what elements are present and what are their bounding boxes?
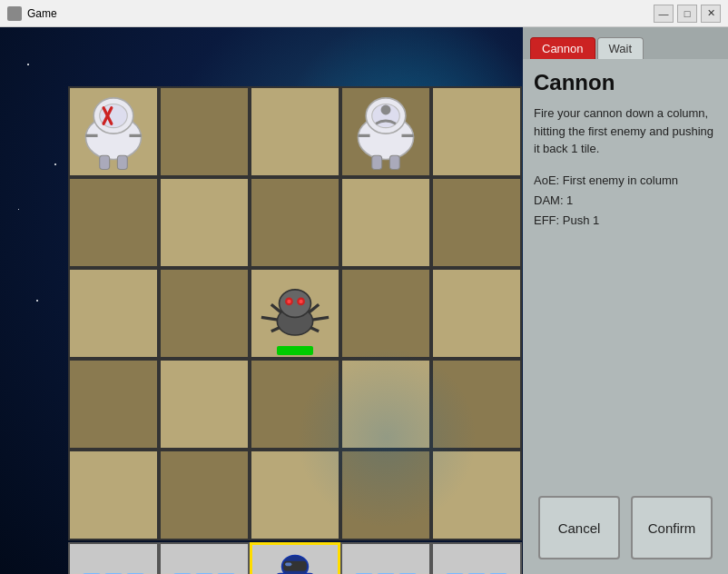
cell-1-4[interactable] <box>431 177 522 268</box>
enemy-robot-c <box>251 270 339 357</box>
tab-bar: Cannon Wait <box>523 27 728 59</box>
cell-2-0[interactable] <box>68 268 159 359</box>
title-bar-left: Game <box>7 6 57 21</box>
tab-cannon[interactable]: Cannon <box>530 37 595 59</box>
action-cell-3[interactable] <box>340 542 431 574</box>
ability-title: Cannon <box>534 70 717 95</box>
game-area <box>0 27 523 574</box>
cell-3-1[interactable] <box>159 359 250 450</box>
game-grid <box>68 86 522 540</box>
cell-4-1[interactable] <box>159 450 250 540</box>
star <box>36 300 38 302</box>
cell-3-3[interactable] <box>340 359 431 450</box>
player-robot <box>259 549 331 575</box>
cell-0-0[interactable] <box>68 86 159 177</box>
tab-wait[interactable]: Wait <box>597 37 644 59</box>
cell-3-0[interactable] <box>68 359 159 450</box>
action-cell-2-selected[interactable] <box>250 542 340 574</box>
svg-point-28 <box>299 300 302 303</box>
svg-point-24 <box>280 290 311 318</box>
cell-1-3[interactable] <box>340 177 431 268</box>
action-row <box>68 542 522 574</box>
cell-1-1[interactable] <box>159 177 250 268</box>
cell-0-4[interactable] <box>431 86 522 177</box>
main-content: Cannon Wait Cannon Fire your cannon down… <box>0 27 728 574</box>
green-indicator <box>277 346 313 355</box>
cell-3-2[interactable] <box>250 359 340 450</box>
minimize-button[interactable]: — <box>654 5 674 23</box>
cell-4-0[interactable] <box>68 450 159 540</box>
cell-0-3[interactable] <box>340 86 431 177</box>
grid-container <box>68 86 522 572</box>
title-bar: Game — □ ✕ <box>0 0 728 27</box>
star <box>27 64 29 65</box>
cell-4-2[interactable] <box>250 450 340 540</box>
svg-rect-15 <box>372 155 382 169</box>
title-bar-icon <box>7 6 22 21</box>
cell-4-3[interactable] <box>340 450 431 540</box>
action-cell-1[interactable] <box>159 542 250 574</box>
ability-stats: AoE: First enemy in column DAM: 1 EFF: P… <box>534 171 717 231</box>
close-button[interactable]: ✕ <box>701 5 721 23</box>
cell-2-3[interactable] <box>340 268 431 359</box>
cell-1-2[interactable] <box>250 177 340 268</box>
card-dashes-4 <box>438 566 515 574</box>
cell-2-1[interactable] <box>159 268 250 359</box>
aoe-stat: AoE: First enemy in column <box>534 171 717 191</box>
svg-rect-34 <box>283 560 306 570</box>
cancel-button[interactable]: Cancel <box>538 496 620 559</box>
damage-stat: DAM: 1 <box>534 191 717 211</box>
maximize-button[interactable]: □ <box>677 5 697 23</box>
svg-rect-7 <box>100 155 110 169</box>
svg-point-12 <box>381 105 391 115</box>
action-cell-4[interactable] <box>431 542 522 574</box>
star <box>18 209 19 210</box>
button-area: Cancel Confirm <box>523 481 728 574</box>
cell-0-1[interactable] <box>159 86 250 177</box>
cell-2-4[interactable] <box>431 268 522 359</box>
svg-point-27 <box>287 300 290 303</box>
info-area: Cannon Fire your cannon down a column, h… <box>523 59 728 481</box>
star <box>54 163 56 165</box>
right-panel: Cannon Wait Cannon Fire your cannon down… <box>523 27 728 574</box>
window-title: Game <box>27 7 57 20</box>
card-dashes-1 <box>166 566 242 574</box>
confirm-button[interactable]: Confirm <box>631 496 713 559</box>
enemy-robot-b <box>342 88 429 175</box>
effect-stat: EFF: Push 1 <box>534 211 717 231</box>
svg-rect-35 <box>285 562 291 566</box>
card-dashes-3 <box>348 566 424 574</box>
action-cell-0[interactable] <box>68 542 159 574</box>
ability-description: Fire your cannon down a column, hitting … <box>534 104 717 158</box>
svg-rect-16 <box>389 155 399 169</box>
cell-1-0[interactable] <box>68 177 159 268</box>
cell-0-2[interactable] <box>250 86 340 177</box>
enemy-robot-a <box>70 88 157 175</box>
cell-2-2[interactable] <box>250 268 340 359</box>
cell-3-4[interactable] <box>431 359 522 450</box>
card-dashes-0 <box>75 566 152 574</box>
cell-4-4[interactable] <box>431 450 522 540</box>
svg-rect-8 <box>117 155 127 169</box>
title-bar-controls: — □ ✕ <box>654 5 721 23</box>
